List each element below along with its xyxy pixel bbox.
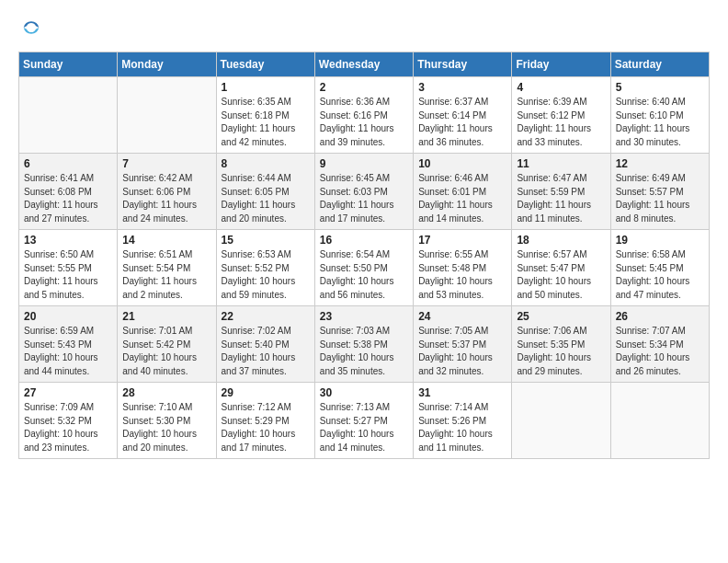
day-info: Sunrise: 6:55 AM Sunset: 5:48 PM Dayligh… [418,248,506,302]
day-info: Sunrise: 6:36 AM Sunset: 6:16 PM Dayligh… [320,96,408,149]
day-info: Sunrise: 6:49 AM Sunset: 5:57 PM Dayligh… [616,172,704,225]
day-info: Sunrise: 6:41 AM Sunset: 6:08 PM Dayligh… [24,172,112,225]
day-info: Sunrise: 7:14 AM Sunset: 5:26 PM Dayligh… [418,401,506,454]
day-info: Sunrise: 7:05 AM Sunset: 5:37 PM Dayligh… [418,325,506,378]
day-info: Sunrise: 6:50 AM Sunset: 5:55 PM Dayligh… [24,248,112,302]
day-number: 22 [222,310,310,323]
day-number: 27 [24,386,112,399]
day-info: Sunrise: 6:54 AM Sunset: 5:50 PM Dayligh… [320,248,408,302]
day-number: 13 [24,234,112,247]
day-number: 4 [517,81,605,94]
day-info: Sunrise: 6:35 AM Sunset: 6:18 PM Dayligh… [222,96,310,149]
calendar-day-21: 21Sunrise: 7:01 AM Sunset: 5:42 PM Dayli… [118,306,216,383]
day-info: Sunrise: 7:02 AM Sunset: 5:40 PM Dayligh… [222,325,310,378]
weekday-header-monday: Monday [118,52,216,77]
calendar-day-8: 8Sunrise: 6:44 AM Sunset: 6:05 PM Daylig… [216,154,314,230]
day-number: 12 [616,157,704,170]
calendar-empty-cell [118,77,216,154]
calendar-empty-cell [512,383,610,459]
day-number: 25 [517,310,605,323]
day-info: Sunrise: 6:58 AM Sunset: 5:45 PM Dayligh… [616,248,704,302]
day-info: Sunrise: 6:53 AM Sunset: 5:52 PM Dayligh… [222,248,310,302]
day-number: 26 [616,310,704,323]
calendar-day-6: 6Sunrise: 6:41 AM Sunset: 6:08 PM Daylig… [19,154,118,230]
calendar-day-5: 5Sunrise: 6:40 AM Sunset: 6:10 PM Daylig… [610,77,709,154]
logo-icon [22,18,40,37]
calendar-week-2: 6Sunrise: 6:41 AM Sunset: 6:08 PM Daylig… [19,154,710,230]
day-number: 24 [418,310,506,323]
day-number: 21 [122,310,210,323]
calendar-week-5: 27Sunrise: 7:09 AM Sunset: 5:32 PM Dayli… [19,383,710,459]
day-info: Sunrise: 6:51 AM Sunset: 5:54 PM Dayligh… [122,248,210,302]
calendar-day-23: 23Sunrise: 7:03 AM Sunset: 5:38 PM Dayli… [314,306,413,383]
weekday-header-row: SundayMondayTuesdayWednesdayThursdayFrid… [19,52,710,77]
weekday-header-wednesday: Wednesday [314,52,413,77]
day-info: Sunrise: 6:44 AM Sunset: 6:05 PM Dayligh… [222,172,310,225]
calendar-day-24: 24Sunrise: 7:05 AM Sunset: 5:37 PM Dayli… [414,306,512,383]
day-info: Sunrise: 7:03 AM Sunset: 5:38 PM Dayligh… [320,325,408,378]
day-number: 10 [418,157,506,170]
calendar-week-4: 20Sunrise: 6:59 AM Sunset: 5:43 PM Dayli… [19,306,710,383]
calendar-day-15: 15Sunrise: 6:53 AM Sunset: 5:52 PM Dayli… [216,230,314,306]
day-info: Sunrise: 6:57 AM Sunset: 5:47 PM Dayligh… [517,248,605,302]
page-header [18,18,710,37]
calendar-day-22: 22Sunrise: 7:02 AM Sunset: 5:40 PM Dayli… [216,306,314,383]
calendar-day-11: 11Sunrise: 6:47 AM Sunset: 5:59 PM Dayli… [512,154,610,230]
day-info: Sunrise: 7:12 AM Sunset: 5:29 PM Dayligh… [222,401,310,454]
calendar-week-1: 1Sunrise: 6:35 AM Sunset: 6:18 PM Daylig… [19,77,710,154]
day-info: Sunrise: 6:39 AM Sunset: 6:12 PM Dayligh… [517,96,605,149]
calendar-empty-cell [610,383,709,459]
calendar-day-1: 1Sunrise: 6:35 AM Sunset: 6:18 PM Daylig… [216,77,314,154]
calendar-day-19: 19Sunrise: 6:58 AM Sunset: 5:45 PM Dayli… [610,230,709,306]
day-number: 15 [222,234,310,247]
day-info: Sunrise: 6:37 AM Sunset: 6:14 PM Dayligh… [418,96,506,149]
calendar-day-27: 27Sunrise: 7:09 AM Sunset: 5:32 PM Dayli… [19,383,118,459]
day-number: 17 [418,234,506,247]
weekday-header-friday: Friday [512,52,610,77]
day-number: 7 [122,157,210,170]
day-number: 14 [122,234,210,247]
day-number: 16 [320,234,408,247]
day-number: 6 [24,157,112,170]
calendar-day-4: 4Sunrise: 6:39 AM Sunset: 6:12 PM Daylig… [512,77,610,154]
calendar-day-30: 30Sunrise: 7:13 AM Sunset: 5:27 PM Dayli… [314,383,413,459]
day-number: 31 [418,386,506,399]
weekday-header-tuesday: Tuesday [216,52,314,77]
calendar-day-2: 2Sunrise: 6:36 AM Sunset: 6:16 PM Daylig… [314,77,413,154]
calendar-day-26: 26Sunrise: 7:07 AM Sunset: 5:34 PM Dayli… [610,306,709,383]
day-number: 3 [418,81,506,94]
calendar-day-25: 25Sunrise: 7:06 AM Sunset: 5:35 PM Dayli… [512,306,610,383]
day-info: Sunrise: 6:45 AM Sunset: 6:03 PM Dayligh… [320,172,408,225]
day-number: 9 [320,157,408,170]
day-info: Sunrise: 6:42 AM Sunset: 6:06 PM Dayligh… [122,172,210,225]
day-info: Sunrise: 6:59 AM Sunset: 5:43 PM Dayligh… [24,325,112,378]
calendar-day-29: 29Sunrise: 7:12 AM Sunset: 5:29 PM Dayli… [216,383,314,459]
weekday-header-saturday: Saturday [610,52,709,77]
day-number: 19 [616,234,704,247]
day-info: Sunrise: 7:10 AM Sunset: 5:30 PM Dayligh… [122,401,210,454]
calendar-day-13: 13Sunrise: 6:50 AM Sunset: 5:55 PM Dayli… [19,230,118,306]
day-number: 5 [616,81,704,94]
day-number: 23 [320,310,408,323]
calendar-day-7: 7Sunrise: 6:42 AM Sunset: 6:06 PM Daylig… [118,154,216,230]
calendar-day-28: 28Sunrise: 7:10 AM Sunset: 5:30 PM Dayli… [118,383,216,459]
calendar-day-9: 9Sunrise: 6:45 AM Sunset: 6:03 PM Daylig… [314,154,413,230]
calendar-day-18: 18Sunrise: 6:57 AM Sunset: 5:47 PM Dayli… [512,230,610,306]
calendar-day-20: 20Sunrise: 6:59 AM Sunset: 5:43 PM Dayli… [19,306,118,383]
day-info: Sunrise: 7:13 AM Sunset: 5:27 PM Dayligh… [320,401,408,454]
calendar-empty-cell [19,77,118,154]
day-info: Sunrise: 7:06 AM Sunset: 5:35 PM Dayligh… [517,325,605,378]
day-info: Sunrise: 7:01 AM Sunset: 5:42 PM Dayligh… [122,325,210,378]
day-info: Sunrise: 6:47 AM Sunset: 5:59 PM Dayligh… [517,172,605,225]
day-info: Sunrise: 6:46 AM Sunset: 6:01 PM Dayligh… [418,172,506,225]
day-info: Sunrise: 7:07 AM Sunset: 5:34 PM Dayligh… [616,325,704,378]
day-number: 18 [517,234,605,247]
calendar-day-31: 31Sunrise: 7:14 AM Sunset: 5:26 PM Dayli… [414,383,512,459]
day-number: 11 [517,157,605,170]
calendar-day-14: 14Sunrise: 6:51 AM Sunset: 5:54 PM Dayli… [118,230,216,306]
calendar-week-3: 13Sunrise: 6:50 AM Sunset: 5:55 PM Dayli… [19,230,710,306]
calendar-day-17: 17Sunrise: 6:55 AM Sunset: 5:48 PM Dayli… [414,230,512,306]
calendar-day-3: 3Sunrise: 6:37 AM Sunset: 6:14 PM Daylig… [414,77,512,154]
day-info: Sunrise: 6:40 AM Sunset: 6:10 PM Dayligh… [616,96,704,149]
day-number: 2 [320,81,408,94]
